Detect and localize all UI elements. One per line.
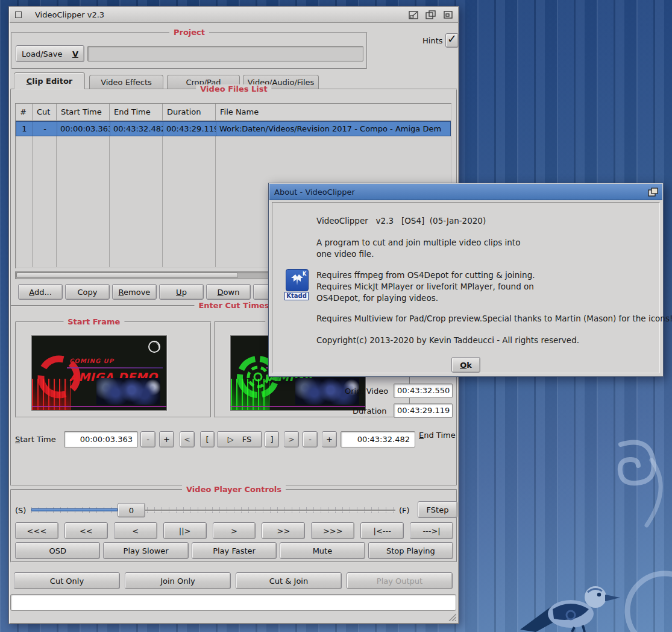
ktadd-icon-label: Ktadd: [284, 292, 309, 300]
cut-only-button[interactable]: Cut Only: [14, 572, 120, 589]
start-time-label: Start Time: [15, 435, 56, 444]
hints-checkbox[interactable]: ✓: [445, 33, 459, 48]
cycle-chevron-icon: V: [72, 49, 78, 58]
go-to-end-button[interactable]: --->|: [410, 522, 453, 539]
about-req-line4: Requires Multiview for Pad/Crop preview.…: [316, 314, 672, 323]
slider-start-label: (S): [15, 506, 26, 515]
join-only-button[interactable]: Join Only: [125, 572, 231, 589]
seek-forward-medium-button[interactable]: >>: [262, 522, 305, 539]
end-plus-button[interactable]: +: [322, 431, 337, 447]
bird-illustration: [515, 562, 627, 632]
hscrollbar-thumb[interactable]: [16, 273, 238, 278]
thumb-bottom-line: [231, 406, 365, 407]
play-icon: ▷: [228, 435, 234, 444]
copy-button[interactable]: Copy: [65, 284, 110, 300]
enter-cut-times-title: Enter Cut Times: [194, 301, 273, 310]
cell-num: 1: [16, 122, 33, 136]
duration-label: Duration: [353, 406, 386, 416]
step-forward-button[interactable]: >: [284, 431, 299, 447]
hints-label: Hints: [422, 36, 443, 45]
end-time-input[interactable]: 00:43:32.482: [341, 431, 415, 447]
resize-grip-icon[interactable]: [447, 613, 456, 621]
close-icon[interactable]: [15, 11, 22, 18]
fs-label: FS: [242, 435, 252, 444]
go-to-start-button[interactable]: |<---: [360, 522, 404, 539]
zoom-icon[interactable]: [425, 10, 436, 19]
about-req-line2: Requires MickJt MPlayer or liveforit MPl…: [316, 282, 534, 291]
slider-handle[interactable]: 0: [118, 503, 145, 517]
seek-forward-fast-button[interactable]: >>>: [311, 522, 354, 539]
tab-label: Video Effects: [101, 78, 152, 87]
up-button[interactable]: Up: [159, 284, 204, 300]
table-row-selected[interactable]: 1 - 00:00:03.363 00:43:32.482 00:43:29.1…: [16, 122, 450, 136]
svg-text:K: K: [303, 271, 307, 277]
project-group: Project Load/Save V: [11, 32, 368, 69]
play-pause-button[interactable]: ||>: [163, 522, 207, 539]
column-separator: [57, 121, 110, 267]
col-header-filename[interactable]: File Name: [216, 104, 451, 121]
mark-end-button[interactable]: ]: [265, 431, 279, 447]
thumb-divider: [67, 367, 163, 368]
col-header-num[interactable]: #: [16, 104, 33, 121]
project-group-title: Project: [169, 28, 209, 37]
thumb-bottom-line: [32, 406, 166, 407]
about-version-line: VideoClipper v2.3 [OS4] (05-Jan-2020): [316, 216, 486, 226]
seek-forward-button[interactable]: >: [213, 522, 256, 539]
stop-playing-button[interactable]: Stop Playing: [368, 542, 453, 559]
col-header-end[interactable]: End Time: [110, 104, 163, 121]
fstep-button[interactable]: FStep: [418, 501, 457, 518]
about-dialog-titlebar[interactable]: About - VideoClipper: [269, 184, 662, 200]
dialog-depth-icon[interactable]: [648, 188, 658, 197]
tab-video-effects[interactable]: Video Effects: [89, 75, 163, 89]
add-button[interactable]: Add...: [18, 284, 63, 300]
status-field[interactable]: [10, 594, 456, 611]
ktadd-icon: K Ktadd: [284, 269, 310, 300]
start-time-input[interactable]: 00:00:03.363: [64, 431, 138, 447]
about-copyright-line: Copyright(c) 2013-2020 by Kevin Taddeucc…: [316, 335, 579, 345]
play-faster-button[interactable]: Play Faster: [192, 542, 277, 559]
seek-back-fast-button[interactable]: <<<: [15, 522, 58, 539]
seek-back-medium-button[interactable]: <<: [64, 522, 108, 539]
about-dialog-title: About - VideoClipper: [274, 188, 355, 197]
ok-button[interactable]: Ok: [451, 357, 480, 373]
end-minus-button[interactable]: -: [303, 431, 318, 447]
circle-decoration: [594, 554, 672, 632]
video-player-controls-group: Video Player Controls (S) 0 (F) FStep <<…: [10, 489, 457, 563]
depth-icon[interactable]: [443, 10, 453, 19]
duration-value: 00:43:29.119: [394, 403, 453, 418]
start-plus-button[interactable]: +: [159, 431, 174, 447]
mark-start-button[interactable]: [: [200, 431, 215, 447]
mute-button[interactable]: Mute: [280, 542, 365, 559]
tab-label: Clip Editor: [27, 77, 73, 86]
play-fs-button[interactable]: ▷ FS: [217, 431, 262, 447]
iconify-icon[interactable]: [408, 10, 418, 19]
remove-button[interactable]: Remove: [112, 284, 157, 300]
position-slider[interactable]: 0: [31, 502, 395, 518]
seek-back-button[interactable]: <: [114, 522, 157, 539]
col-header-start[interactable]: Start Time: [57, 104, 110, 121]
orig-video-value: 00:43:32.550: [394, 384, 453, 398]
osd-button[interactable]: OSD: [15, 542, 100, 559]
col-header-cut[interactable]: Cut: [33, 104, 57, 121]
load-save-button[interactable]: Load/Save V: [16, 45, 84, 62]
about-req-line3: OS4Depot, for playing videos.: [316, 293, 438, 303]
play-slower-button[interactable]: Play Slower: [103, 542, 188, 559]
start-minus-button[interactable]: -: [140, 431, 155, 447]
cut-and-join-button[interactable]: Cut & Join: [236, 572, 342, 589]
cell-start: 00:00:03.363: [57, 122, 110, 136]
tab-clip-editor[interactable]: Clip Editor: [14, 72, 85, 89]
down-button[interactable]: Down: [206, 284, 251, 300]
project-path-input[interactable]: [87, 46, 363, 62]
slider-finish-label: (F): [399, 506, 410, 515]
step-back-button[interactable]: <: [180, 431, 195, 447]
start-frame-thumbnail: COMING UP AMIGA DEMO: [31, 335, 167, 411]
about-desc-line1: A program to cut and join multiple video…: [316, 238, 520, 247]
cell-duration: 00:43:29.119: [163, 122, 216, 136]
slider-value: 0: [129, 506, 134, 515]
start-frame-title: Start Frame: [63, 317, 124, 326]
col-header-duration[interactable]: Duration: [163, 104, 216, 121]
window-titlebar[interactable]: VideoClipper v2.3: [10, 7, 458, 23]
column-separator: [33, 121, 57, 267]
column-separator: [110, 121, 163, 267]
cell-cut: -: [33, 122, 57, 136]
